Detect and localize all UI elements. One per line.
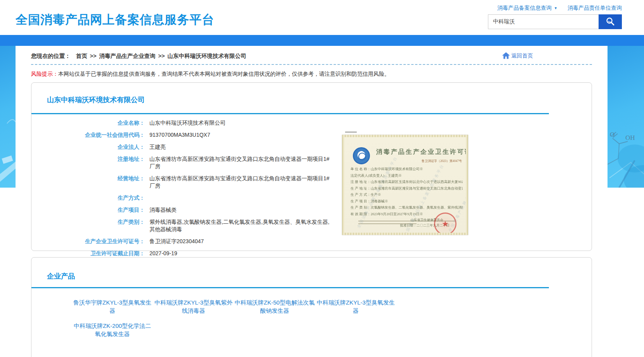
image-dash xyxy=(345,132,357,132)
certificate-emblem-icon xyxy=(353,147,370,164)
certificate-field-line: 生 产 地 址：山东省潍坊市高新区潍安路与宝通街交叉路口东北角自动变速器一期项目… xyxy=(351,185,463,192)
header-accent-bar xyxy=(0,35,644,46)
company-field-row: 企业名称： 山东中科瑞沃环境技术有限公司 xyxy=(31,119,338,127)
field-label: 企业法人： xyxy=(31,143,145,151)
company-field-row: 生产企业卫生许可证号： 鲁卫消证字202304047 xyxy=(31,238,338,245)
back-home-link[interactable]: 返回首页 xyxy=(502,52,533,60)
field-label: 卫生许可证截止日期： xyxy=(31,250,145,257)
svg-text:OH: OH xyxy=(625,134,635,141)
field-value: 王建亮 xyxy=(149,143,166,151)
license-certificate-image: 消毒产品生产企业卫生许可证 鲁卫消证字（2023）第4047号 单 位 名 称：… xyxy=(342,135,468,235)
company-field-row: 卫生许可证截止日期： 2027-09-19 xyxy=(31,250,338,257)
field-label: 生产企业卫生许可证号： xyxy=(31,238,145,245)
products-title-rule xyxy=(31,287,549,288)
field-value: 鲁卫消证字202304047 xyxy=(149,238,204,245)
product-link[interactable]: 中科瑞沃牌ZKYL-3型臭氧发生器 xyxy=(315,298,396,315)
page-area: O OH 您现在的位置： 首页 xyxy=(0,46,644,357)
product-link[interactable]: 鲁沃华宇牌ZKYL-3型臭氧发生器 xyxy=(72,298,153,315)
product-list: 鲁沃华宇牌ZKYL-3型臭氧发生器 中科瑞沃牌ZKYL-3型臭氧紫外线消毒器 中… xyxy=(31,298,592,338)
company-field-row: 生产项目： 消毒器械类 xyxy=(31,206,338,214)
field-value: 山东中科瑞沃环境技术有限公司 xyxy=(149,119,226,127)
certificate-field-line: 生 产 类 别：次氯酸钠发生器、二氧化氯发生器、臭氧发生器、紫外线消毒器 xyxy=(351,204,463,211)
company-field-row: 生产类别： 紫外线消毒器,次氯酸钠发生器,二氧化氯发生器,臭氧发生器、臭氧水发生… xyxy=(31,218,338,233)
company-title: 山东中科瑞沃环境技术有限公司 xyxy=(47,95,592,104)
nav-link-unit-query-label: 消毒产品责任单位查询 xyxy=(568,5,622,12)
background-left-strip xyxy=(0,46,16,188)
certificate-field-line: 生 产 方 式：生产※ xyxy=(351,192,463,198)
field-label: 经营地址： xyxy=(31,175,145,190)
breadcrumb-link[interactable]: 首页 xyxy=(76,52,87,60)
company-field-row: 生产方式： xyxy=(31,194,338,202)
products-card: 企业产品 鲁沃华宇牌ZKYL-3型臭氧发生器 中科瑞沃牌ZKYL-3型臭氧紫外线… xyxy=(31,257,592,357)
certificate-fields: 单 位 名 称：山东中科瑞沃环境技术有限公司※ 法定代表人(或负责人)：王建亮※… xyxy=(351,166,463,217)
certificate-field-line: 单 位 名 称：山东中科瑞沃环境技术有限公司※ xyxy=(351,166,463,172)
company-field-row: 企业统一社会信用代码： 91370700MA3M3U1QX7 xyxy=(31,131,338,139)
field-value: 山东省潍坊市高新区潍安路与宝通街交叉路口东北角自动变速器一期项目1#厂房 xyxy=(149,155,330,170)
dashed-divider xyxy=(31,64,592,65)
field-label: 生产项目： xyxy=(31,206,145,214)
field-label: 生产方式： xyxy=(31,194,145,202)
header-right: 消毒产品备案信息查询 ▼ 消毒产品责任单位查询 xyxy=(488,5,622,35)
risk-notice: 风险提示：本网站仅基于已掌握的信息提供查询服务，查询结果不代表本网站对被查询对象… xyxy=(31,70,592,78)
top-nav: 消毒产品备案信息查询 ▼ 消毒产品责任单位查询 xyxy=(488,5,622,12)
search-input[interactable] xyxy=(488,14,599,29)
certificate-field-line: 法定代表人(或负责人)：王建亮※ xyxy=(351,172,463,179)
company-fields: 企业名称： 山东中科瑞沃环境技术有限公司 企业统一社会信用代码： 9137070… xyxy=(31,119,338,257)
field-label: 企业统一社会信用代码： xyxy=(31,131,145,139)
breadcrumb-segment: 首页 xyxy=(71,52,87,60)
field-value: 消毒器械类 xyxy=(149,206,177,214)
nav-link-record-query-label: 消毒产品备案信息查询 xyxy=(497,5,552,12)
breadcrumb-segment: >> 山东中科瑞沃环境技术有限公司 xyxy=(155,52,246,60)
nav-link-record-query[interactable]: 消毒产品备案信息查询 ▼ xyxy=(497,5,557,12)
search-icon xyxy=(605,16,615,28)
top-header: 全国消毒产品网上备案信息服务平台 消毒产品备案信息查询 ▼ 消毒产品责任单位查询 xyxy=(0,0,644,35)
home-icon xyxy=(502,52,510,60)
breadcrumb-separator: >> xyxy=(90,53,97,59)
company-field-row: 注册地址： 山东省潍坊市高新区潍安路与宝通街交叉路口东北角自动变速器一期项目1#… xyxy=(31,155,338,170)
field-value: 山东省潍坊市高新区潍安路与宝通街交叉路口东北角自动变速器一期项目1#厂房 xyxy=(149,175,330,190)
products-title: 企业产品 xyxy=(47,272,592,281)
breadcrumb-separator: >> xyxy=(158,53,165,59)
field-label: 企业名称： xyxy=(31,119,145,127)
field-value: 紫外线消毒器,次氯酸钠发生器,二氧化氯发生器,臭氧发生器、臭氧水发生器,其他器械… xyxy=(149,218,330,233)
product-link[interactable]: 中科瑞沃牌ZKYL-3型臭氧紫外线消毒器 xyxy=(153,298,234,315)
nav-link-unit-query[interactable]: 消毒产品责任单位查询 xyxy=(568,5,622,12)
product-link[interactable]: 中科瑞沃牌ZK-200型化学法二氧化氯发生器 xyxy=(72,322,153,338)
field-value: 2027-09-19 xyxy=(149,250,177,257)
product-link[interactable]: 中科瑞沃牌ZK-50型电解法次氯酸钠发生器 xyxy=(234,298,315,315)
breadcrumb-segment: >> 消毒产品生产企业查询 xyxy=(87,52,156,60)
red-seal-icon: ★ xyxy=(434,212,457,233)
certificate-inner: 消毒产品生产企业卫生许可证 鲁卫消证字（2023）第4047号 单 位 名 称：… xyxy=(344,137,466,233)
background-right-strip: O OH xyxy=(608,46,644,188)
search-button[interactable] xyxy=(599,14,622,29)
breadcrumb-segments: 首页 >> 消毒产品生产企业查询 >> 山东中科瑞沃环境技术有限公司 xyxy=(71,52,246,60)
certificate-number: 鲁卫消证字（2023）第4047号 xyxy=(422,159,462,163)
chevron-down-icon: ▼ xyxy=(554,6,557,10)
svg-text:O: O xyxy=(610,131,614,138)
certificate-title: 消毒产品生产企业卫生许可证 xyxy=(376,148,466,156)
search-bar xyxy=(488,14,622,29)
certificate-field-line: 生 产 项 目：消毒器械※ xyxy=(351,198,463,205)
company-title-rule xyxy=(31,113,549,114)
field-label: 注册地址： xyxy=(31,155,145,170)
breadcrumb-link[interactable]: 山东中科瑞沃环境技术有限公司 xyxy=(167,52,246,60)
risk-notice-text: 本网站仅基于已掌握的信息提供查询服务，查询结果不代表本网站对被查询对象信用状况的… xyxy=(58,71,390,77)
company-field-row: 企业法人： 王建亮 xyxy=(31,143,338,151)
back-home-label: 返回首页 xyxy=(511,52,533,59)
breadcrumb: 您现在的位置： 首页 >> 消毒产品生产企业查询 xyxy=(31,52,246,60)
breadcrumb-row: 您现在的位置： 首页 >> 消毒产品生产企业查询 xyxy=(31,51,592,61)
risk-notice-label: 风险提示： xyxy=(31,71,58,77)
breadcrumb-prefix: 您现在的位置： xyxy=(31,52,71,60)
company-info-card: 山东中科瑞沃环境技术有限公司 企业名称： 山东中科瑞沃环境技术有限公司 企业统一… xyxy=(31,82,592,251)
field-label: 生产类别： xyxy=(31,218,145,233)
field-value: 91370700MA3M3U1QX7 xyxy=(149,131,210,139)
breadcrumb-link[interactable]: 消毒产品生产企业查询 xyxy=(99,52,155,60)
company-field-row: 经营地址： 山东省潍坊市高新区潍安路与宝通街交叉路口东北角自动变速器一期项目1#… xyxy=(31,175,338,190)
site-title: 全国消毒产品网上备案信息服务平台 xyxy=(16,12,214,35)
content-panel: 您现在的位置： 首页 >> 消毒产品生产企业查询 xyxy=(16,46,608,357)
seal-star: ★ xyxy=(442,219,449,228)
certificate-field-line: 注 册 地 址：山东省潍坊高新区玉清东街以北中心次干道以西高新大厦902号科研 xyxy=(351,179,463,185)
